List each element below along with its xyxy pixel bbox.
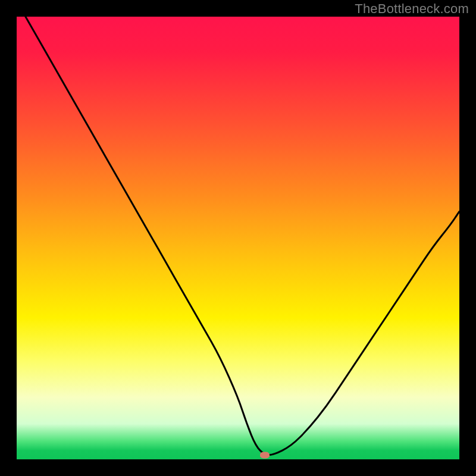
watermark-text: TheBottleneck.com	[355, 1, 469, 17]
curve-layer	[17, 17, 459, 459]
bottleneck-curve-path	[26, 17, 459, 455]
chart-frame: TheBottleneck.com	[0, 0, 476, 476]
plot-area	[17, 17, 459, 459]
optimum-marker	[260, 452, 270, 458]
